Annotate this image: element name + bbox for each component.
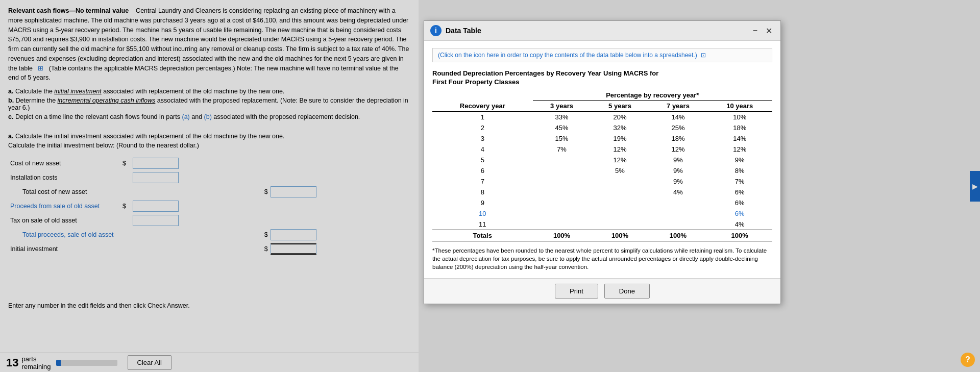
five-years-header: 5 years bbox=[591, 101, 649, 112]
copy-icon[interactable]: ⊡ bbox=[701, 52, 706, 59]
table-row: 133%20%14%10% bbox=[432, 112, 772, 123]
modal-header: i Data Table − ✕ bbox=[424, 21, 780, 41]
modal-title: Data Table bbox=[446, 27, 481, 35]
spreadsheet-note: (Click on the icon here in order to copy… bbox=[432, 48, 772, 62]
modal-body: (Click on the icon here in order to copy… bbox=[424, 41, 780, 278]
seven-years-header: 7 years bbox=[649, 101, 707, 112]
table-row: 114% bbox=[432, 219, 772, 230]
table-row: 315%19%18%14% bbox=[432, 133, 772, 144]
data-table-modal: i Data Table − ✕ (Click on the icon here… bbox=[424, 20, 781, 304]
totals-row: Totals100%100%100%100% bbox=[432, 230, 772, 241]
modal-title-area: i Data Table bbox=[430, 25, 481, 36]
percentage-header: Percentage by recovery year* bbox=[533, 90, 772, 101]
table-row: 512%9%9% bbox=[432, 155, 772, 165]
modal-controls: − ✕ bbox=[751, 26, 774, 36]
modal-close-button[interactable]: ✕ bbox=[764, 26, 774, 36]
table-title: Rounded Depreciation Percentages by Reco… bbox=[432, 69, 772, 77]
help-button[interactable]: ? bbox=[961, 353, 975, 367]
three-years-header: 3 years bbox=[533, 101, 591, 112]
footnote: *These percentages have been rounded to … bbox=[432, 246, 772, 271]
header-row-1: Recovery year Percentage by recovery yea… bbox=[432, 90, 772, 101]
table-row: 79%7% bbox=[432, 176, 772, 187]
ten-years-header: 10 years bbox=[707, 101, 772, 112]
modal-footer: Print Done bbox=[424, 278, 780, 304]
table-row: 106% bbox=[432, 208, 772, 219]
table-row: 65%9%8% bbox=[432, 165, 772, 176]
table-row: 245%32%25%18% bbox=[432, 122, 772, 133]
table-row: 47%12%12%12% bbox=[432, 144, 772, 155]
info-icon: i bbox=[430, 25, 442, 36]
done-button[interactable]: Done bbox=[604, 284, 650, 299]
table-row: 96% bbox=[432, 197, 772, 208]
modal-minimize-button[interactable]: − bbox=[751, 26, 760, 35]
table-subtitle: First Four Property Classes bbox=[432, 78, 772, 86]
recovery-year-header: Recovery year bbox=[432, 90, 533, 112]
table-row: 84%6% bbox=[432, 187, 772, 197]
print-button[interactable]: Print bbox=[555, 284, 598, 299]
macrs-table: Recovery year Percentage by recovery yea… bbox=[432, 90, 772, 241]
